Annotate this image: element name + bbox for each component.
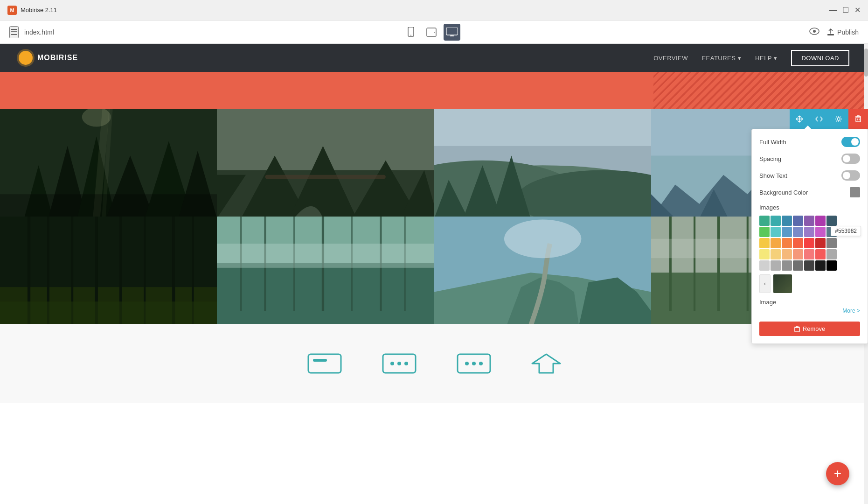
color-swatch-26[interactable]	[804, 249, 814, 259]
brand: MOBIRISE	[19, 51, 78, 65]
svg-rect-63	[217, 244, 434, 268]
mobile-view-button[interactable]	[403, 24, 419, 41]
color-swatch-12[interactable]	[804, 227, 814, 237]
feature-icon-1	[306, 352, 343, 375]
color-swatch-3[interactable]	[782, 216, 792, 226]
delete-section-button[interactable]	[848, 109, 868, 129]
icon-item-3	[455, 352, 493, 375]
publish-label: Publish	[837, 28, 859, 36]
color-swatch-8[interactable]	[759, 227, 770, 237]
gallery-cell-1	[0, 109, 217, 217]
logo-text: M	[10, 7, 14, 13]
color-grid: #553982	[759, 216, 860, 271]
toggle-thumb-show-text	[843, 172, 850, 179]
full-width-label: Full Width	[759, 139, 786, 146]
color-swatch-23[interactable]	[771, 249, 781, 259]
device-switcher	[403, 24, 460, 41]
preview-button[interactable]	[809, 27, 819, 37]
hero-diagonal-pattern	[653, 72, 868, 109]
icon-item-1	[306, 352, 343, 375]
minimize-button[interactable]: —	[829, 6, 837, 14]
show-text-label: Show Text	[759, 172, 787, 179]
svg-point-88	[390, 362, 394, 365]
tablet-view-button[interactable]	[423, 24, 440, 41]
show-text-toggle[interactable]	[841, 170, 860, 181]
nav-overview[interactable]: OVERVIEW	[653, 55, 688, 62]
color-swatch-29[interactable]	[759, 260, 770, 271]
nav-help[interactable]: HELP ▾	[755, 55, 777, 62]
color-swatch-4[interactable]	[793, 216, 803, 226]
color-swatch-9[interactable]	[771, 227, 781, 237]
download-button[interactable]: DOWNLOAD	[791, 50, 849, 66]
color-swatch-19[interactable]	[804, 238, 814, 248]
svg-point-93	[472, 362, 476, 365]
color-swatch-6[interactable]	[815, 216, 826, 226]
color-swatch-33[interactable]	[804, 260, 814, 271]
forest-image-3	[434, 109, 651, 217]
color-swatch-20[interactable]	[815, 238, 826, 248]
gallery-section: Full Width Spacing Show Text Background …	[0, 109, 868, 324]
hamburger-menu[interactable]: ☰	[9, 26, 19, 38]
color-swatch-22[interactable]	[759, 249, 770, 259]
color-swatch-34[interactable]	[815, 260, 826, 271]
remove-label: Remove	[803, 325, 825, 332]
bg-color-swatch[interactable]	[850, 187, 860, 197]
svg-point-92	[465, 362, 469, 365]
color-swatch-16[interactable]	[771, 238, 781, 248]
color-swatch-31[interactable]	[782, 260, 792, 271]
svg-rect-86	[313, 359, 327, 362]
maximize-button[interactable]: ☐	[842, 6, 849, 14]
color-swatch-25[interactable]	[793, 249, 803, 259]
color-swatch-32[interactable]	[793, 260, 803, 271]
color-swatch-1[interactable]	[759, 216, 770, 226]
remove-button[interactable]: Remove	[759, 322, 860, 336]
desktop-view-button[interactable]	[444, 24, 460, 41]
color-swatch-13[interactable]	[815, 227, 826, 237]
icons-section	[0, 324, 868, 403]
gallery-cell-6	[217, 217, 434, 324]
svg-point-89	[397, 362, 401, 365]
edit-code-button[interactable]	[809, 109, 829, 129]
nav-links: OVERVIEW FEATURES ▾ HELP ▾ DOWNLOAD	[653, 50, 849, 66]
svg-rect-20	[0, 194, 217, 217]
tablet-icon	[426, 27, 437, 37]
gallery-cell-3	[434, 109, 651, 217]
color-swatch-27[interactable]	[815, 249, 826, 259]
forest-image-7	[434, 217, 651, 324]
menubar-right: Publish	[809, 27, 859, 37]
color-swatch-18[interactable]	[793, 238, 803, 248]
images-section-title: Images	[759, 204, 860, 211]
svg-point-94	[479, 362, 483, 365]
image-prev-button[interactable]: ‹	[759, 274, 771, 293]
color-swatch-24[interactable]	[782, 249, 792, 259]
spacing-label: Spacing	[759, 155, 781, 162]
color-swatch-2[interactable]	[771, 216, 781, 226]
color-swatch-30[interactable]	[771, 260, 781, 271]
add-section-fab[interactable]: +	[826, 462, 849, 485]
color-swatch-17[interactable]	[782, 238, 792, 248]
section-settings-button[interactable]	[829, 109, 848, 129]
bg-color-label: Background Color	[759, 189, 808, 196]
close-button[interactable]: ✕	[854, 6, 861, 14]
forest-image-6	[217, 217, 434, 324]
images-row: ‹	[759, 274, 860, 293]
more-link[interactable]: More >	[759, 308, 860, 314]
color-swatch-21[interactable]	[826, 238, 837, 248]
scrollbar-thumb[interactable]	[864, 49, 868, 77]
svg-point-68	[504, 219, 581, 258]
color-swatch-28[interactable]	[826, 249, 837, 259]
spacing-toggle[interactable]	[841, 154, 860, 164]
full-width-toggle[interactable]	[841, 137, 860, 147]
site-navbar: MOBIRISE OVERVIEW FEATURES ▾ HELP ▾ DOWN…	[0, 44, 868, 72]
color-swatch-11[interactable]	[793, 227, 803, 237]
color-swatch-5[interactable]	[804, 216, 814, 226]
color-swatch-7[interactable]	[826, 216, 837, 226]
nav-features[interactable]: FEATURES ▾	[702, 55, 741, 62]
color-swatch-35[interactable]	[826, 260, 837, 271]
color-swatch-10[interactable]	[782, 227, 792, 237]
svg-rect-4	[446, 28, 458, 35]
color-swatch-15[interactable]	[759, 238, 770, 248]
upload-icon	[827, 28, 834, 36]
publish-button[interactable]: Publish	[827, 28, 859, 36]
image-thumbnail[interactable]	[773, 274, 792, 293]
